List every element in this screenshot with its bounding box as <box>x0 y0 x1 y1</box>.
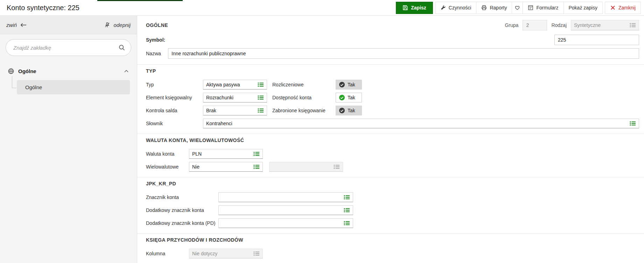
section-kpir-heading: KSIĘGA PRZYCHODÓW I ROZCHODÓW <box>146 237 639 243</box>
grupa-field <box>523 20 547 30</box>
toolbar-button-group: Czynności Raporty Formularz Pokaż zapisy <box>435 2 603 14</box>
element-ksiegowalny-combo[interactable]: Rozrachunki <box>203 93 267 102</box>
page-title: Konto syntetyczne: 225 <box>7 4 79 12</box>
zabronione-ksiegowanie-toggle: Tak <box>336 106 362 115</box>
dostepnosc-konta-toggle[interactable]: Tak <box>336 93 362 102</box>
window-body: zwiń odepnij Ogólne <box>0 16 644 263</box>
waluta-konta-combo[interactable]: PLN <box>189 149 263 159</box>
slownik-combo-value: Kontrahenci <box>206 121 630 126</box>
check-circle-icon <box>339 94 345 101</box>
tree-item-ogolne-selected[interactable]: Ogólne <box>17 80 130 94</box>
section-typ: TYP Typ Aktywa pasywa Rozliczeniowe Tak … <box>137 64 644 134</box>
rozliczeniowe-toggle: Tak <box>336 80 362 90</box>
section-general: OGÓLNE Grupa Rodzaj Syntetyczne Symbol: <box>137 16 644 64</box>
section-typ-heading: TYP <box>146 68 639 74</box>
rozliczeniowe-toggle-value: Tak <box>348 82 355 87</box>
wrench-icon <box>440 5 446 10</box>
list-icon <box>258 95 264 100</box>
chevron-up-icon <box>124 69 129 74</box>
nazwa-field[interactable] <box>168 48 639 59</box>
sidebar-tree: Ogólne Ogólne <box>0 59 137 94</box>
form-icon <box>528 5 533 10</box>
printer-icon <box>481 5 487 10</box>
section-waluta-heading: WALUTA KONTA, WIELOWALUTOWOŚĆ <box>146 137 639 143</box>
tree-children: Ogólne <box>17 80 130 94</box>
general-head-fields: Grupa Rodzaj Syntetyczne <box>505 20 639 30</box>
unpin-sidebar-control[interactable]: odepnij <box>104 22 131 28</box>
app-window: Konto syntetyczne: 225 Zapisz Czynności … <box>0 0 644 263</box>
symbol-label: Symbol: <box>146 37 203 43</box>
dodatkowy-znacznik-label: Dodatkowy znacznik konta <box>146 207 218 213</box>
element-ksiegowalny-combo-value: Rozrachunki <box>206 95 258 100</box>
waluta-konta-combo-value: PLN <box>192 151 253 157</box>
list-icon <box>344 195 350 200</box>
list-icon <box>344 221 350 226</box>
typ-combo[interactable]: Aktywa pasywa <box>203 80 267 90</box>
section-kpir: KSIĘGA PRZYCHODÓW I ROZCHODÓW Kolumna Ni… <box>137 233 644 263</box>
typ-combo-value: Aktywa pasywa <box>206 82 258 87</box>
save-button-label: Zapisz <box>411 5 426 10</box>
form-button[interactable]: Formularz <box>523 2 564 14</box>
form-button-label: Formularz <box>536 5 558 10</box>
typ-label: Typ <box>146 82 203 87</box>
waluta-konta-label: Waluta konta <box>146 151 189 157</box>
show-entries-button[interactable]: Pokaż zapisy <box>564 2 603 14</box>
actions-button[interactable]: Czynności <box>435 2 477 14</box>
tree-item-label: Ogólne <box>25 84 42 90</box>
top-bar: Konto syntetyczne: 225 Zapisz Czynności … <box>0 0 644 16</box>
form-content: OGÓLNE Grupa Rodzaj Syntetyczne Symbol: <box>137 16 644 263</box>
list-icon <box>344 208 350 213</box>
kontrola-salda-combo-value: Brak <box>206 108 258 113</box>
collapse-sidebar-control[interactable]: zwiń <box>6 22 27 28</box>
reports-button[interactable]: Raporty <box>476 2 512 14</box>
section-jpk-heading: JPK_KR_PD <box>146 181 639 186</box>
list-icon <box>253 151 260 156</box>
show-entries-button-label: Pokaż zapisy <box>569 5 597 10</box>
section-general-heading: OGÓLNE <box>146 22 168 28</box>
element-ksiegowalny-label: Element księgowalny <box>146 95 203 100</box>
nazwa-label: Nazwa <box>146 51 168 56</box>
kolumna-combo: Nie dotyczy <box>189 249 263 258</box>
dodatkowy-znacznik-pd-combo[interactable] <box>218 218 353 228</box>
dodatkowy-znacznik-combo[interactable] <box>218 205 353 215</box>
list-icon <box>253 251 260 256</box>
globe-icon <box>8 68 14 74</box>
unpin-label: odepnij <box>114 22 131 28</box>
zabronione-ksiegowanie-label: Zabronione księgowanie <box>272 108 336 113</box>
reports-button-label: Raporty <box>490 5 507 10</box>
list-icon <box>630 121 636 126</box>
rodzaj-combo: Syntetyczne <box>571 20 639 30</box>
toolbar: Zapisz Czynności Raporty Formularz <box>396 2 641 14</box>
list-icon <box>334 164 340 169</box>
zabronione-ksiegowanie-toggle-value: Tak <box>348 108 355 113</box>
close-button[interactable]: Zamknij <box>605 2 641 14</box>
search-input[interactable] <box>6 39 131 56</box>
tree-node-label: Ogólne <box>18 68 120 74</box>
rodzaj-combo-value: Syntetyczne <box>574 22 630 28</box>
favorites-button[interactable] <box>512 2 523 14</box>
wielowalutowe-extra-combo <box>269 162 343 172</box>
pin-slash-icon <box>104 22 111 28</box>
kontrola-salda-label: Kontrola salda <box>146 108 203 113</box>
dostepnosc-konta-toggle-value: Tak <box>348 95 355 100</box>
dodatkowy-znacznik-pd-label: Dodatkowy znacznik konta (PD) <box>146 220 218 226</box>
rodzaj-label: Rodzaj <box>551 22 567 28</box>
rozliczeniowe-label: Rozliczeniowe <box>272 82 336 87</box>
znacznik-konta-combo[interactable] <box>218 192 353 202</box>
wielowalutowe-label: Wielowalutowe <box>146 164 189 170</box>
kolumna-combo-value: Nie dotyczy <box>192 251 253 256</box>
check-circle-icon <box>339 107 345 114</box>
wielowalutowe-combo-value: Nie <box>192 164 253 170</box>
slownik-combo[interactable]: Kontrahenci <box>203 119 639 128</box>
check-circle-icon <box>339 81 345 88</box>
znacznik-konta-label: Znacznik konta <box>146 194 218 200</box>
kontrola-salda-combo[interactable]: Brak <box>203 106 267 115</box>
actions-button-label: Czynności <box>449 5 471 10</box>
list-icon <box>253 164 260 169</box>
save-button[interactable]: Zapisz <box>396 2 433 14</box>
tree-node-ogolne[interactable]: Ogólne <box>6 65 131 77</box>
slownik-label: Słownik <box>146 121 203 126</box>
save-icon <box>402 5 408 10</box>
wielowalutowe-combo[interactable]: Nie <box>189 162 263 172</box>
symbol-field[interactable] <box>554 35 639 45</box>
